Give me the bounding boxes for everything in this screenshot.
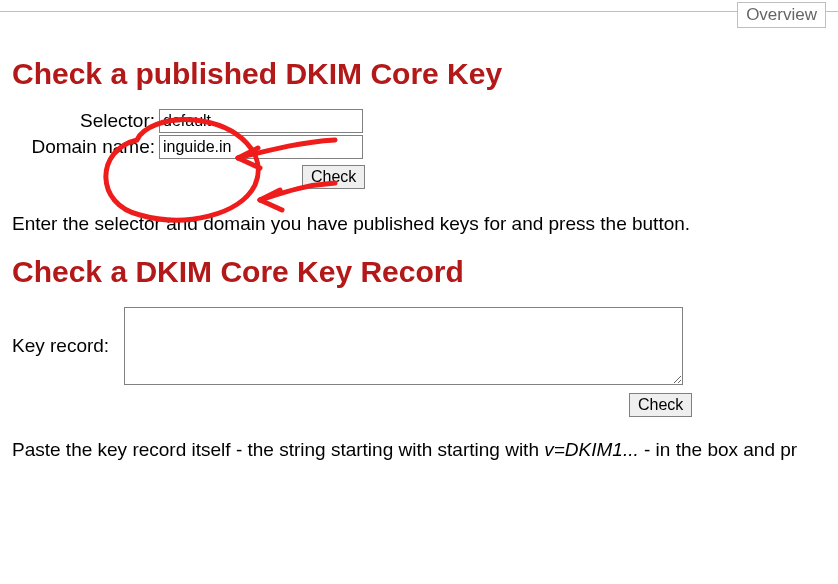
heading-check-published: Check a published DKIM Core Key xyxy=(12,57,826,91)
check-record-button[interactable]: Check xyxy=(629,393,692,417)
domain-input[interactable] xyxy=(159,135,363,159)
help-published: Enter the selector and domain you have p… xyxy=(12,213,826,235)
help-record-pre: Paste the key record itself - the string… xyxy=(12,439,544,460)
key-record-input[interactable] xyxy=(124,307,683,385)
selector-label: Selector: xyxy=(12,110,159,132)
check-published-button[interactable]: Check xyxy=(302,165,365,189)
record-label: Key record: xyxy=(12,335,124,357)
overview-tab[interactable]: Overview xyxy=(737,2,826,28)
top-rule xyxy=(0,11,838,12)
heading-check-record: Check a DKIM Core Key Record xyxy=(12,255,826,289)
selector-input[interactable] xyxy=(159,109,363,133)
help-record-post: - in the box and pr xyxy=(639,439,797,460)
domain-label: Domain name: xyxy=(12,136,159,158)
help-record: Paste the key record itself - the string… xyxy=(12,439,826,461)
help-record-em: v=DKIM1... xyxy=(544,439,639,460)
